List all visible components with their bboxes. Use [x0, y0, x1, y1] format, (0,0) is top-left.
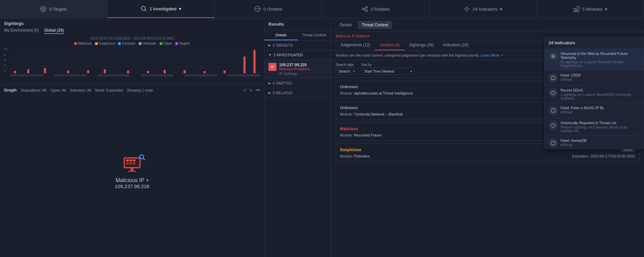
svg-rect-38	[126, 159, 129, 161]
indicator-name-2: Recent DDoS	[561, 88, 640, 92]
search-data-group: Search data Search	[336, 63, 357, 75]
targets-label: 0 Targets	[49, 7, 67, 12]
graph-section: Graph Dispositions: All Types: All Selec…	[0, 85, 264, 257]
detail-tab-row: Details Threat Context	[336, 21, 392, 29]
node-label[interactable]: Malicious IP ▾	[115, 177, 148, 183]
graph-canvas: Malicious IP ▾ 109.237.98.226	[4, 95, 260, 249]
indicators-label: 24 Indicators	[473, 7, 497, 12]
legend-unknown: Unknown	[139, 42, 156, 45]
svg-rect-42	[129, 162, 132, 164]
indicator-item-4[interactable]: Historically Reported in Threat List Pre…	[545, 118, 644, 136]
nav-investigated[interactable]: 1 Investigated ▾	[107, 0, 215, 18]
filter-mode: Mode: Expanded	[95, 88, 123, 92]
graph-share-btn[interactable]: ⤢	[243, 88, 246, 93]
nav-omitted[interactable]: 0 Omitted	[215, 0, 322, 18]
nav-targets[interactable]: 0 Targets	[0, 0, 107, 18]
indicator-icon-5	[551, 141, 556, 145]
results-panel: Results Details Threat Context ▶ 0 TARGE…	[264, 18, 331, 257]
svg-rect-25	[87, 70, 89, 73]
results-section-targets[interactable]: ▶ 0 TARGETS	[264, 41, 331, 50]
indicator-circle-4	[549, 121, 558, 130]
indicator-icon-4	[551, 123, 556, 128]
nav-modules[interactable]: 5 Modules ▾	[537, 0, 644, 18]
investigated-arrow-icon: ▼	[268, 53, 271, 57]
ind-tab-sightings[interactable]: Sightings (28)	[404, 40, 438, 50]
node-chevron-icon: ▾	[146, 178, 149, 183]
nav-indicators[interactable]: 24 Indicators ▾	[429, 0, 537, 18]
sightings-tab-global[interactable]: Global (28)	[44, 28, 64, 34]
indicator-item-5[interactable]: Feed: HoneyDB APIVoid	[545, 136, 644, 149]
sightings-tabs: My Environment (0) Global (28)	[4, 28, 260, 34]
result-item-ip[interactable]: IP 109.237.98.226 Malicious IP Address 2…	[264, 60, 331, 79]
indicator-item-1[interactable]: Feed: CRDF APIVoid	[545, 71, 644, 86]
sightings-section: Sightings My Environment (0) Global (28)…	[0, 18, 264, 85]
search-data-select[interactable]: Search	[336, 68, 357, 75]
verdict-status-0: Unknown	[340, 85, 358, 89]
verdict-module-3: Pulsedive	[354, 154, 370, 158]
indicator-circle-3	[549, 106, 558, 115]
indicator-sub-4: Previous sightings on 3 sources: BlockLi…	[561, 126, 640, 133]
indicator-item-3[interactable]: Feed: Peter-s NUUG IP BL APIVoid	[545, 103, 644, 118]
sort-by-select[interactable]: Start Time Newest Start Time Oldest End …	[361, 68, 414, 75]
results-tab-details[interactable]: Details	[264, 30, 298, 40]
ind-tab-judgements[interactable]: Judgements (12)	[336, 40, 375, 50]
results-section-related[interactable]: ▶ 0 RELATED	[264, 88, 331, 98]
svg-rect-24	[67, 71, 69, 73]
detail-panel-header: Details Threat Context	[331, 18, 644, 32]
svg-rect-52	[552, 109, 555, 113]
ind-tab-verdicts[interactable]: Verdicts (4)	[375, 40, 404, 50]
targets-arrow-icon: ▶	[268, 44, 271, 47]
indicator-icon-3	[551, 108, 556, 113]
svg-point-12	[465, 8, 468, 10]
svg-line-10	[364, 8, 366, 9]
graph-expand-btn[interactable]: ⤡	[249, 88, 253, 93]
sort-label: Sort by	[361, 63, 414, 67]
svg-rect-27	[127, 71, 129, 73]
results-section-investigated[interactable]: ▼ 1 INVESTIGATED	[264, 50, 331, 60]
svg-point-51	[552, 91, 555, 95]
indicator-name-4: Historically Reported in Threat List	[561, 121, 640, 125]
graph-actions: ⤢ ⤡ •••	[243, 88, 260, 93]
results-sections: ▶ 0 TARGETS ▼ 1 INVESTIGATED IP 109.237.…	[264, 41, 331, 98]
indicator-item-0[interactable]: Observed in the Wild by Recorded Future …	[545, 49, 644, 71]
svg-line-4	[145, 10, 146, 12]
node-ip: 109.237.98.226	[115, 183, 149, 189]
legend-dot-suspicious	[95, 42, 98, 45]
detail-tab-details[interactable]: Details	[336, 21, 356, 29]
verdict-module-2: Recorded Future	[354, 133, 382, 137]
svg-rect-40	[133, 159, 135, 161]
ind-tab-indicators[interactable]: Indicators (24)	[438, 40, 473, 50]
svg-point-8	[366, 7, 368, 8]
learn-more-link[interactable]: Learn More	[481, 53, 499, 57]
detail-tab-threat-context[interactable]: Threat Context	[358, 21, 392, 29]
external-link-icon: ↗	[500, 54, 503, 57]
related-arrow-icon: ▶	[268, 91, 271, 95]
svg-rect-44	[130, 168, 134, 171]
indicator-text-3: Feed: Peter-s NUUG IP BL APIVoid	[561, 106, 640, 114]
search-overlay-icon	[138, 153, 146, 161]
svg-rect-33	[243, 57, 245, 73]
svg-rect-34	[253, 50, 255, 73]
svg-line-47	[143, 158, 145, 160]
indicator-item-2[interactable]: Recent DDoS 2 sightings on 1 source: Abu…	[545, 86, 644, 103]
sightings-tab-my-env[interactable]: My Environment (0)	[4, 28, 39, 34]
svg-rect-35	[28, 69, 29, 70]
results-section-omitted[interactable]: ▶ 0 OMITTED	[264, 79, 331, 88]
results-tab-threat-context[interactable]: Threat Context	[298, 30, 331, 40]
indicator-circle-1	[549, 73, 558, 83]
indicator-text-5: Feed: HoneyDB APIVoid	[561, 138, 640, 147]
graph-header: Graph Dispositions: All Types: All Selec…	[4, 88, 260, 93]
svg-rect-29	[164, 70, 166, 73]
graph-menu-btn[interactable]: •••	[255, 88, 260, 93]
nav-related[interactable]: 0 Related	[322, 0, 429, 18]
svg-point-53	[552, 124, 555, 128]
legend-common: Common	[118, 42, 135, 45]
sightings-chart	[11, 47, 260, 73]
search-icon	[140, 5, 147, 12]
indicator-icon-1	[551, 76, 556, 80]
ip-type-text: Malicious IP Address	[279, 67, 310, 71]
svg-rect-26	[104, 70, 106, 73]
chart-date-range: 2022-10-29T15:10:00.000Z - 2023-08-05T23…	[4, 37, 260, 40]
svg-point-2	[43, 9, 44, 9]
indicator-text-4: Historically Reported in Threat List Pre…	[561, 121, 640, 133]
